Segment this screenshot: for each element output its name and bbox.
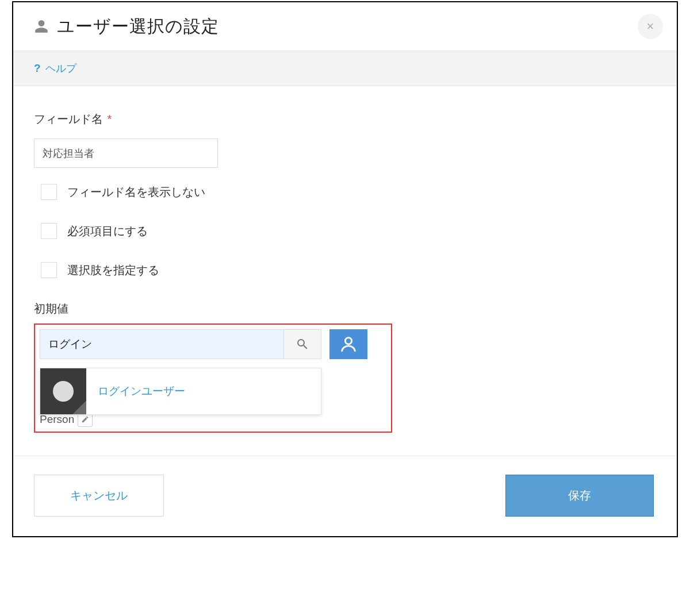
dialog-header: ユーザー選択の設定 × (13, 2, 677, 51)
search-row: ログインユーザー (40, 329, 386, 359)
dialog-title-wrap: ユーザー選択の設定 (34, 15, 219, 38)
avatar (40, 368, 86, 414)
user-picker-button[interactable] (329, 329, 367, 359)
checkbox-required[interactable] (41, 223, 57, 239)
checkbox-hide-fieldname-row: フィールド名を表示しない (41, 184, 656, 200)
avatar-circle-icon (53, 381, 74, 402)
pencil-icon (81, 415, 89, 424)
dialog-title: ユーザー選択の設定 (57, 15, 219, 38)
checkbox-specify-options-row: 選択肢を指定する (41, 262, 656, 278)
person-icon (34, 17, 49, 36)
person-label: Person (40, 413, 74, 426)
checkbox-hide-fieldname[interactable] (41, 184, 57, 200)
close-icon: × (647, 19, 654, 34)
required-mark: * (108, 113, 112, 125)
search-dropdown: ログインユーザー (40, 368, 321, 415)
initial-value-label: 初期値 (34, 301, 656, 317)
dropdown-item-login-user[interactable]: ログインユーザー (40, 368, 321, 414)
dialog-footer: キャンセル 保存 (13, 456, 677, 536)
user-icon (339, 334, 358, 354)
dropdown-item-label: ログインユーザー (98, 384, 185, 399)
initial-value-highlight: ログインユーザー Person (34, 324, 392, 433)
help-icon: ? (34, 62, 41, 75)
checkbox-required-row: 必須項目にする (41, 223, 656, 239)
svg-point-0 (345, 338, 351, 344)
user-select-settings-dialog: ユーザー選択の設定 × ? ヘルプ フィールド名 * フィールド名を表示しない … (12, 1, 678, 537)
help-link[interactable]: ? ヘルプ (34, 61, 76, 75)
checkbox-specify-options[interactable] (41, 262, 57, 278)
field-name-input[interactable] (34, 138, 218, 168)
cancel-button[interactable]: キャンセル (34, 475, 164, 517)
search-input-wrap (40, 329, 321, 359)
checkbox-required-label: 必須項目にする (67, 224, 148, 239)
form-body: フィールド名 * フィールド名を表示しない 必須項目にする 選択肢を指定する 初… (13, 86, 677, 456)
search-icon (296, 337, 309, 351)
help-label: ヘルプ (45, 61, 76, 75)
user-search-input[interactable] (40, 329, 283, 359)
search-button[interactable] (283, 329, 321, 359)
checkbox-specify-options-label: 選択肢を指定する (67, 263, 159, 278)
help-bar: ? ヘルプ (13, 51, 677, 86)
save-button[interactable]: 保存 (505, 475, 654, 517)
close-button[interactable]: × (638, 14, 663, 39)
checkbox-hide-fieldname-label: フィールド名を表示しない (67, 184, 205, 200)
field-name-label: フィールド名 * (34, 111, 656, 127)
